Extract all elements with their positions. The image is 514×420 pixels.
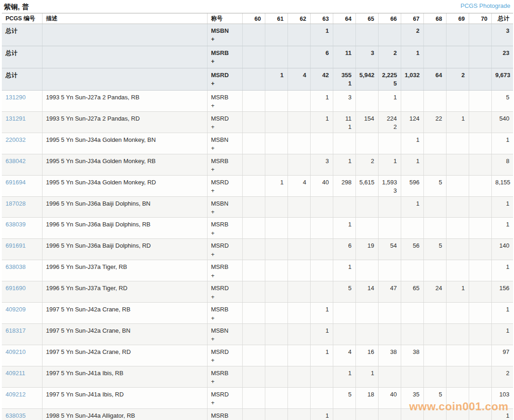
- grade-cell: [310, 239, 333, 260]
- grade-count: 1: [360, 369, 374, 377]
- coin-description: [42, 46, 207, 68]
- grade-count: [428, 93, 442, 102]
- pcgs-number-link[interactable]: 409209: [6, 306, 25, 313]
- grade-cell: [288, 260, 310, 281]
- grade-cell: [288, 154, 310, 175]
- pcgs-number-link[interactable]: 618317: [6, 327, 25, 334]
- pcgs-number-link[interactable]: 691690: [6, 285, 25, 292]
- grade-cell: [469, 196, 491, 218]
- pcgs-number-link[interactable]: 187028: [6, 200, 25, 207]
- grade-cell: [469, 303, 491, 324]
- grade-cell: 4: [288, 68, 310, 91]
- grade-cell: [310, 387, 333, 408]
- pcgs-number-link[interactable]: 131290: [6, 94, 25, 101]
- grade-count: [360, 412, 374, 420]
- grade-count: 4: [337, 348, 352, 356]
- grade-count: 1: [337, 220, 352, 229]
- designation-plus: +: [211, 187, 239, 195]
- grade-cell: [265, 154, 288, 175]
- designation-plus: +: [211, 102, 239, 110]
- designation-code: MSRB: [211, 369, 239, 377]
- grade-count: [246, 242, 261, 250]
- pcgs-number-link[interactable]: 638039: [6, 221, 25, 228]
- grade-cell: [288, 408, 310, 420]
- grade-cell: [265, 24, 288, 46]
- col-header-grade-64: 64: [333, 13, 355, 24]
- grade-cell: [265, 281, 288, 303]
- grade-cell: [401, 323, 423, 345]
- grade-plus-count: 1: [337, 79, 352, 88]
- grade-cell: 1: [378, 91, 401, 112]
- grade-cell: [242, 68, 265, 91]
- table-row: 6916901996 5 Yn Sun-J37a Tiger, RDMSRD+5…: [2, 281, 513, 303]
- grade-count: [382, 27, 397, 35]
- total-cell: 1: [491, 408, 513, 420]
- grade-cell: [242, 175, 265, 196]
- pcgs-number-link[interactable]: 638042: [6, 158, 25, 164]
- grade-cell: [446, 408, 469, 420]
- grade-count: [269, 242, 284, 250]
- pcgs-number-link[interactable]: 638038: [6, 263, 25, 270]
- designation-code: MSRD: [211, 178, 239, 187]
- grade-cell: [469, 46, 491, 68]
- designation-cell: MSBN+: [207, 196, 242, 218]
- grade-cell: 1: [401, 154, 423, 175]
- pcgs-number-link[interactable]: 220032: [6, 136, 25, 143]
- grade-cell: 5: [333, 281, 355, 303]
- grade-cell: [378, 366, 401, 387]
- designation-code: MSRB: [211, 220, 239, 229]
- grade-cell: [265, 345, 288, 366]
- pcgs-number-link[interactable]: 409212: [6, 391, 25, 398]
- grade-count: [473, 27, 488, 35]
- grade-count: [246, 263, 261, 271]
- grade-count: [382, 327, 397, 335]
- grade-plus-count: 2: [382, 123, 397, 131]
- designation-plus: +: [211, 165, 239, 174]
- photograde-link[interactable]: PCGS Photograde: [460, 2, 510, 9]
- grade-count: [450, 220, 465, 229]
- grade-cell: 3: [333, 91, 355, 112]
- grade-count: [337, 27, 352, 35]
- grade-cell: [378, 218, 401, 239]
- total-cell: 2: [491, 366, 513, 387]
- grade-cell: [446, 387, 469, 408]
- grade-cell: [446, 46, 469, 68]
- grade-count: [473, 305, 488, 314]
- grade-cell: [378, 24, 401, 46]
- grade-cell: [265, 196, 288, 218]
- grade-cell: 38: [378, 345, 401, 366]
- grade-cell: 1: [310, 91, 333, 112]
- col-header-grade-67: 67: [401, 13, 423, 24]
- pcgs-number-link[interactable]: 638035: [6, 412, 25, 419]
- grade-cell: 4: [288, 175, 310, 196]
- designation-plus: +: [211, 272, 239, 280]
- pcgs-number-link[interactable]: 409210: [6, 348, 25, 355]
- grade-cell: [378, 196, 401, 218]
- pcgs-number-cell: 总计: [2, 24, 42, 46]
- designation-code: MSRD: [211, 284, 239, 292]
- grade-count: [337, 136, 352, 144]
- grade-count: 4: [292, 71, 306, 79]
- coin-description: [42, 24, 207, 46]
- pcgs-number-link[interactable]: 691694: [6, 179, 25, 186]
- grade-count: 1,032: [405, 71, 420, 79]
- grade-count: [314, 220, 329, 229]
- grade-count: [473, 178, 488, 187]
- pcgs-number-link[interactable]: 691691: [6, 242, 25, 249]
- grade-count: [473, 390, 488, 399]
- pcgs-number-link[interactable]: 131291: [6, 115, 25, 122]
- grade-count: 2: [360, 157, 374, 165]
- designation-code: MSRD: [211, 348, 239, 356]
- grade-count: [269, 157, 284, 165]
- grade-count: [450, 200, 465, 208]
- total-cell: 156: [491, 281, 513, 303]
- grade-cell: [242, 303, 265, 324]
- designation-plus: +: [211, 293, 239, 301]
- grade-count: [246, 115, 261, 123]
- grade-count: 16: [360, 348, 374, 356]
- pcgs-number-link[interactable]: 409211: [6, 370, 25, 377]
- grade-cell: [469, 366, 491, 387]
- grade-cell: 5: [423, 239, 446, 260]
- grade-cell: [355, 260, 378, 281]
- designation-cell: MSRB+: [207, 408, 242, 420]
